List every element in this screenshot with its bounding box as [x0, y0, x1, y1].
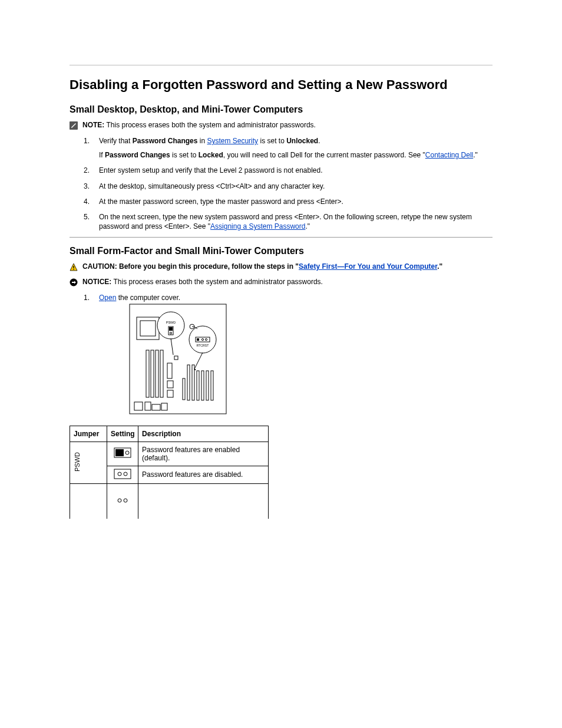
svg-rect-2 — [73, 269, 74, 269]
step-4: At the master password screen, type the … — [70, 197, 492, 206]
step-5: On the next screen, type the new system … — [70, 212, 492, 231]
step1b-bold2: Locked — [199, 151, 223, 159]
caution-text: CAUTION: Before you begin this procedure… — [82, 262, 492, 271]
link-open-cover[interactable]: Open — [99, 294, 116, 302]
svg-rect-4 — [72, 282, 74, 283]
td-pswd-label: PSWD — [70, 442, 107, 483]
svg-text:RTCRST: RTCRST — [197, 344, 210, 347]
link-assigning-password[interactable]: Assigning a System Password — [210, 222, 305, 230]
caution-icon — [70, 263, 78, 273]
svg-rect-11 — [169, 327, 173, 331]
top-separator — [70, 65, 492, 65]
step1-mid2: is set to — [258, 137, 286, 145]
step1-bold1: Password Changes — [133, 137, 198, 145]
link-safety[interactable]: Safety First—For You and Your Computer — [299, 262, 437, 271]
pswd-vertical-label: PSWD — [74, 452, 81, 472]
section-title-disable-password: Disabling a Forgotten Password and Setti… — [70, 77, 492, 93]
svg-rect-39 — [194, 369, 196, 370]
step1b-pre: If — [99, 151, 105, 159]
step1b-post: ." — [473, 151, 478, 159]
svg-point-44 — [118, 472, 121, 476]
step1-bold2: Unlocked — [286, 137, 318, 145]
td-jumper-icon-enabled — [107, 442, 138, 466]
subsection-title-a: Small Desktop, Desktop, and Mini-Tower C… — [70, 104, 492, 115]
sectionB-step-1: Open the computer cover. PSWD — [70, 293, 492, 417]
svg-rect-41 — [115, 449, 124, 456]
td-desc-disabled: Password features are disabled. — [138, 466, 269, 483]
svg-point-42 — [125, 451, 129, 454]
step1-mid1: in — [197, 137, 207, 145]
step5-post: ." — [305, 222, 310, 230]
td-desc-rtcrst — [138, 483, 269, 519]
svg-point-45 — [124, 472, 127, 476]
svg-text:PSWD: PSWD — [166, 321, 176, 324]
note-icon — [70, 121, 78, 131]
caution-label: CAUTION: Before you begin this procedure… — [82, 262, 299, 271]
td-rtcrst-label: RTCRST — [70, 483, 107, 519]
table-row: RTCRST — [70, 483, 269, 519]
svg-rect-1 — [73, 266, 74, 268]
link-system-security[interactable]: System Security — [207, 137, 258, 145]
jumper-table: Jumper Setting Description PSWD Password… — [70, 426, 269, 519]
step4-text: At the master password screen, type the … — [99, 197, 343, 206]
section-divider — [70, 237, 492, 238]
note-text: NOTE: This process erases both the syste… — [82, 121, 492, 129]
step1b-mid2: , you will need to call Dell for the cur… — [223, 151, 425, 159]
th-description: Description — [138, 426, 269, 442]
note-block: NOTE: This process erases both the syste… — [70, 121, 492, 131]
notice-icon — [70, 278, 78, 288]
td-jumper-icon-rtcrst — [107, 483, 138, 519]
step-1: Verify that Password Changes in System S… — [70, 136, 492, 160]
sectionB-step1-post: the computer cover. — [116, 294, 180, 302]
th-jumper: Jumper — [70, 426, 107, 442]
step1-post: . — [318, 137, 320, 145]
svg-point-47 — [124, 499, 127, 502]
subsection-title-b: Small Form-Factor and Small Mini-Tower C… — [70, 246, 492, 256]
note-body: This process erases both the system and … — [104, 121, 316, 129]
table-row: PSWD Password features are enabled (defa… — [70, 442, 269, 466]
motherboard-figure: PSWD RTCRST — [128, 303, 492, 417]
caution-post: ." — [437, 262, 442, 271]
notice-text: NOTICE: This process erases both the sys… — [82, 278, 492, 286]
svg-rect-16 — [197, 338, 199, 341]
notice-label: NOTICE: — [82, 278, 111, 286]
notice-block: NOTICE: This process erases both the sys… — [70, 278, 492, 288]
step3-text: At the desktop, simultaneously press <Ct… — [99, 182, 325, 190]
th-setting: Setting — [107, 426, 138, 442]
td-desc-enabled: Password features are enabled (default). — [138, 442, 269, 466]
link-contacting-dell[interactable]: Contacting Dell — [425, 151, 473, 159]
notice-body: This process erases both the system and … — [111, 278, 323, 286]
td-jumper-icon-disabled — [107, 466, 138, 483]
step1b-bold1: Password Changes — [105, 151, 170, 159]
step1-pre: Verify that — [99, 137, 133, 145]
step-3: At the desktop, simultaneously press <Ct… — [70, 182, 492, 191]
step-2: Enter system setup and verify that the L… — [70, 166, 492, 175]
step2-text: Enter system setup and verify that the L… — [99, 166, 323, 174]
svg-rect-43 — [114, 469, 131, 479]
svg-point-46 — [118, 499, 121, 502]
step1b-mid1: is set to — [170, 151, 199, 159]
note-label: NOTE: — [82, 121, 104, 129]
caution-block: CAUTION: Before you begin this procedure… — [70, 262, 492, 273]
